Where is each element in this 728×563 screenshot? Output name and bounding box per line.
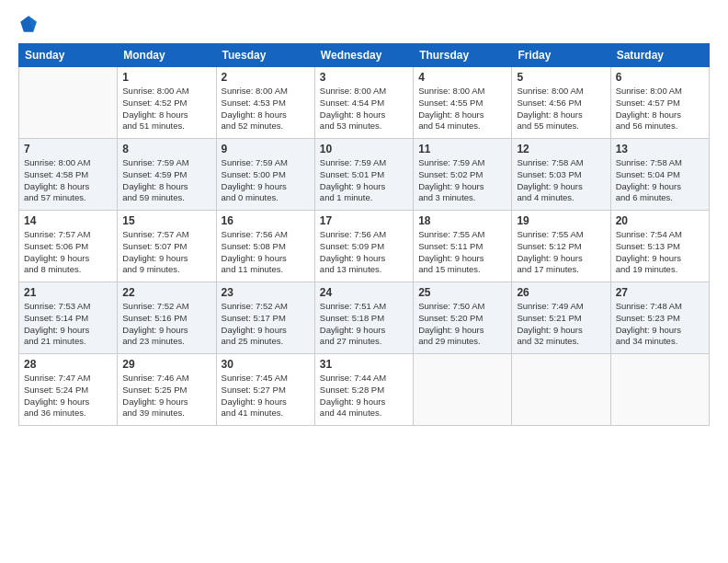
calendar-cell: 9Sunrise: 7:59 AM Sunset: 5:00 PM Daylig… (216, 139, 314, 211)
calendar-header-thursday: Thursday (414, 44, 512, 67)
day-info: Sunrise: 8:00 AM Sunset: 4:55 PM Dayligh… (418, 86, 506, 132)
day-info: Sunrise: 7:57 AM Sunset: 5:06 PM Dayligh… (24, 229, 112, 276)
calendar-cell: 4Sunrise: 8:00 AM Sunset: 4:55 PM Daylig… (414, 67, 512, 139)
calendar-cell: 21Sunrise: 7:53 AM Sunset: 5:14 PM Dayli… (19, 282, 118, 354)
calendar-week-row: 28Sunrise: 7:47 AM Sunset: 5:24 PM Dayli… (19, 354, 710, 426)
day-info: Sunrise: 8:00 AM Sunset: 4:52 PM Dayligh… (122, 86, 210, 132)
calendar-cell: 8Sunrise: 7:59 AM Sunset: 4:59 PM Daylig… (118, 139, 216, 211)
calendar-cell (512, 354, 610, 426)
header (18, 14, 710, 34)
calendar-week-row: 7Sunrise: 8:00 AM Sunset: 4:58 PM Daylig… (19, 139, 710, 211)
day-info: Sunrise: 7:46 AM Sunset: 5:25 PM Dayligh… (122, 373, 210, 419)
day-number: 21 (24, 286, 112, 299)
calendar-header-wednesday: Wednesday (314, 44, 413, 67)
calendar-cell: 3Sunrise: 8:00 AM Sunset: 4:54 PM Daylig… (314, 67, 413, 139)
day-info: Sunrise: 8:00 AM Sunset: 4:54 PM Dayligh… (320, 86, 408, 132)
day-info: Sunrise: 7:50 AM Sunset: 5:20 PM Dayligh… (418, 301, 506, 348)
day-number: 28 (24, 358, 112, 371)
calendar-table: SundayMondayTuesdayWednesdayThursdayFrid… (18, 43, 710, 426)
day-number: 14 (24, 214, 112, 227)
day-info: Sunrise: 8:00 AM Sunset: 4:57 PM Dayligh… (616, 86, 704, 132)
calendar-cell: 15Sunrise: 7:57 AM Sunset: 5:07 PM Dayli… (118, 211, 216, 282)
calendar-cell: 23Sunrise: 7:52 AM Sunset: 5:17 PM Dayli… (216, 282, 314, 354)
calendar-cell: 7Sunrise: 8:00 AM Sunset: 4:58 PM Daylig… (19, 139, 118, 211)
day-info: Sunrise: 7:53 AM Sunset: 5:14 PM Dayligh… (24, 301, 112, 348)
calendar-week-row: 14Sunrise: 7:57 AM Sunset: 5:06 PM Dayli… (19, 211, 710, 282)
calendar-header-row: SundayMondayTuesdayWednesdayThursdayFrid… (19, 44, 710, 67)
day-number: 2 (222, 71, 310, 84)
day-info: Sunrise: 7:56 AM Sunset: 5:08 PM Dayligh… (222, 229, 310, 276)
calendar-cell: 6Sunrise: 8:00 AM Sunset: 4:57 PM Daylig… (610, 67, 709, 139)
calendar-cell: 20Sunrise: 7:54 AM Sunset: 5:13 PM Dayli… (610, 211, 709, 282)
calendar-cell: 1Sunrise: 8:00 AM Sunset: 4:52 PM Daylig… (118, 67, 216, 139)
day-number: 5 (517, 71, 605, 84)
day-info: Sunrise: 8:00 AM Sunset: 4:58 PM Dayligh… (24, 157, 112, 204)
day-info: Sunrise: 7:59 AM Sunset: 5:00 PM Dayligh… (222, 157, 310, 204)
day-info: Sunrise: 7:59 AM Sunset: 5:01 PM Dayligh… (320, 157, 408, 204)
day-number: 10 (320, 143, 408, 155)
day-number: 26 (517, 286, 605, 299)
day-info: Sunrise: 7:59 AM Sunset: 4:59 PM Dayligh… (122, 157, 210, 204)
calendar-cell: 12Sunrise: 7:58 AM Sunset: 5:03 PM Dayli… (512, 139, 610, 211)
day-info: Sunrise: 7:59 AM Sunset: 5:02 PM Dayligh… (418, 157, 506, 204)
day-number: 22 (122, 286, 210, 299)
day-number: 30 (222, 358, 310, 371)
calendar-cell: 5Sunrise: 8:00 AM Sunset: 4:56 PM Daylig… (512, 67, 610, 139)
calendar-header-friday: Friday (512, 44, 610, 67)
day-info: Sunrise: 7:52 AM Sunset: 5:16 PM Dayligh… (122, 301, 210, 348)
day-info: Sunrise: 7:54 AM Sunset: 5:13 PM Dayligh… (616, 229, 704, 276)
day-number: 13 (616, 143, 704, 155)
calendar-cell: 22Sunrise: 7:52 AM Sunset: 5:16 PM Dayli… (118, 282, 216, 354)
day-number: 15 (122, 214, 210, 227)
day-number: 11 (418, 143, 506, 155)
day-info: Sunrise: 7:52 AM Sunset: 5:17 PM Dayligh… (222, 301, 310, 348)
day-number: 24 (320, 286, 408, 299)
page: SundayMondayTuesdayWednesdayThursdayFrid… (0, 0, 728, 563)
day-number: 16 (222, 214, 310, 227)
day-number: 7 (24, 143, 112, 155)
day-info: Sunrise: 7:57 AM Sunset: 5:07 PM Dayligh… (122, 229, 210, 276)
calendar-cell: 25Sunrise: 7:50 AM Sunset: 5:20 PM Dayli… (414, 282, 512, 354)
day-info: Sunrise: 7:44 AM Sunset: 5:28 PM Dayligh… (320, 373, 408, 419)
logo-icon (18, 14, 39, 34)
day-number: 23 (222, 286, 310, 299)
day-number: 12 (517, 143, 605, 155)
calendar-cell: 26Sunrise: 7:49 AM Sunset: 5:21 PM Dayli… (512, 282, 610, 354)
day-info: Sunrise: 7:49 AM Sunset: 5:21 PM Dayligh… (517, 301, 605, 348)
calendar-cell: 30Sunrise: 7:45 AM Sunset: 5:27 PM Dayli… (216, 354, 314, 426)
day-number: 18 (418, 214, 506, 227)
calendar-cell: 28Sunrise: 7:47 AM Sunset: 5:24 PM Dayli… (19, 354, 118, 426)
day-number: 9 (222, 143, 310, 155)
calendar-cell: 18Sunrise: 7:55 AM Sunset: 5:11 PM Dayli… (414, 211, 512, 282)
calendar-header-monday: Monday (118, 44, 216, 67)
day-info: Sunrise: 7:55 AM Sunset: 5:12 PM Dayligh… (517, 229, 605, 276)
day-number: 4 (418, 71, 506, 84)
day-info: Sunrise: 7:47 AM Sunset: 5:24 PM Dayligh… (24, 373, 112, 419)
day-info: Sunrise: 8:00 AM Sunset: 4:53 PM Dayligh… (222, 86, 310, 132)
calendar-cell: 10Sunrise: 7:59 AM Sunset: 5:01 PM Dayli… (314, 139, 413, 211)
calendar-header-saturday: Saturday (610, 44, 709, 67)
calendar-cell: 27Sunrise: 7:48 AM Sunset: 5:23 PM Dayli… (610, 282, 709, 354)
day-number: 3 (320, 71, 408, 84)
day-info: Sunrise: 7:45 AM Sunset: 5:27 PM Dayligh… (222, 373, 310, 419)
day-info: Sunrise: 7:56 AM Sunset: 5:09 PM Dayligh… (320, 229, 408, 276)
calendar-cell: 24Sunrise: 7:51 AM Sunset: 5:18 PM Dayli… (314, 282, 413, 354)
day-number: 29 (122, 358, 210, 371)
calendar-cell: 11Sunrise: 7:59 AM Sunset: 5:02 PM Dayli… (414, 139, 512, 211)
day-number: 20 (616, 214, 704, 227)
calendar-header-sunday: Sunday (19, 44, 118, 67)
calendar-header-tuesday: Tuesday (216, 44, 314, 67)
calendar-cell (610, 354, 709, 426)
calendar-cell: 19Sunrise: 7:55 AM Sunset: 5:12 PM Dayli… (512, 211, 610, 282)
day-number: 25 (418, 286, 506, 299)
day-number: 19 (517, 214, 605, 227)
day-number: 17 (320, 214, 408, 227)
calendar-cell: 16Sunrise: 7:56 AM Sunset: 5:08 PM Dayli… (216, 211, 314, 282)
calendar-cell (19, 67, 118, 139)
calendar-week-row: 21Sunrise: 7:53 AM Sunset: 5:14 PM Dayli… (19, 282, 710, 354)
day-number: 27 (616, 286, 704, 299)
calendar-cell: 2Sunrise: 8:00 AM Sunset: 4:53 PM Daylig… (216, 67, 314, 139)
day-info: Sunrise: 8:00 AM Sunset: 4:56 PM Dayligh… (517, 86, 605, 132)
day-info: Sunrise: 7:58 AM Sunset: 5:04 PM Dayligh… (616, 157, 704, 204)
logo (18, 14, 42, 34)
